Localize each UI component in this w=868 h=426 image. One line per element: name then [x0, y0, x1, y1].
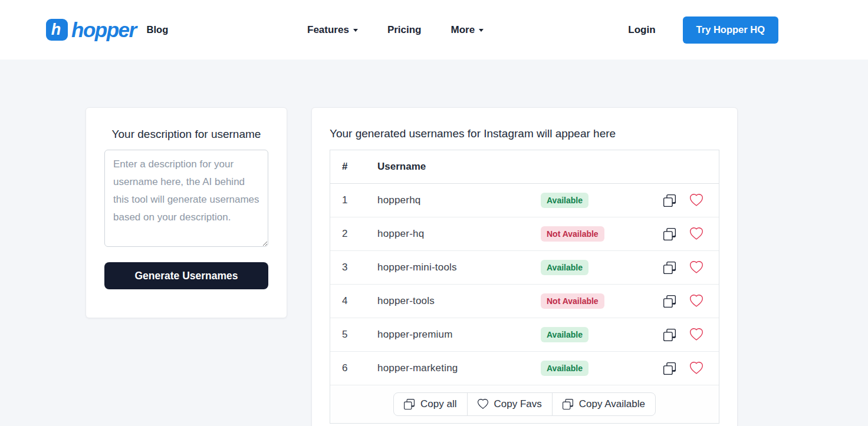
- hopper-logo[interactable]: h hopper: [46, 18, 136, 42]
- status-badge: Available: [541, 327, 588, 342]
- results-title: Your generated usernames for Instagram w…: [330, 127, 719, 140]
- row-index: 4: [342, 295, 377, 307]
- description-panel: Your description for username Generate U…: [86, 107, 287, 318]
- top-navbar: h hopper Blog FeaturesPricingMore Login …: [0, 0, 868, 60]
- login-link[interactable]: Login: [628, 24, 655, 36]
- copy-icon: [563, 399, 573, 410]
- heart-icon[interactable]: [689, 327, 704, 342]
- column-header-username: Username: [377, 161, 541, 173]
- chevron-down-icon: [353, 29, 358, 34]
- content: Your description for username Generate U…: [0, 60, 868, 426]
- nav-item-features[interactable]: Features: [307, 24, 358, 36]
- table-row: 5hopper-premiumAvailable: [330, 318, 719, 352]
- column-header-index: #: [342, 161, 377, 173]
- copy-available-button[interactable]: Copy Available: [552, 392, 656, 416]
- row-username: hopperhq: [377, 194, 541, 206]
- description-input[interactable]: [104, 150, 268, 247]
- heart-icon[interactable]: [689, 260, 704, 275]
- main-nav: FeaturesPricingMore: [307, 0, 484, 60]
- copy-all-button[interactable]: Copy all: [393, 392, 467, 416]
- nav-item-blog[interactable]: Blog: [147, 24, 169, 35]
- row-index: 3: [342, 262, 377, 273]
- heart-icon[interactable]: [689, 293, 704, 309]
- copy-icon[interactable]: [662, 193, 677, 208]
- hopper-logo-icon: h: [46, 19, 68, 41]
- generate-usernames-button[interactable]: Generate Usernames: [104, 262, 268, 289]
- chevron-down-icon: [479, 29, 484, 34]
- row-index: 2: [342, 228, 377, 240]
- row-username: hopper-marketing: [377, 362, 541, 374]
- row-username: hopper-tools: [377, 295, 541, 307]
- table-row: 2hopper-hqNot Available: [330, 217, 719, 251]
- heart-icon[interactable]: [689, 361, 704, 376]
- heart-icon[interactable]: [689, 193, 704, 208]
- row-username: hopper-mini-tools: [377, 262, 541, 273]
- status-badge: Available: [541, 361, 588, 376]
- nav-item-pricing[interactable]: Pricing: [387, 24, 422, 36]
- copy-icon: [404, 399, 415, 410]
- row-username: hopper-hq: [377, 228, 541, 240]
- status-badge: Not Available: [541, 226, 604, 242]
- hopper-logo-text: hopper: [71, 18, 136, 42]
- row-index: 5: [342, 329, 377, 341]
- table-body: 1hopperhqAvailable2hopper-hqNot Availabl…: [330, 184, 719, 385]
- status-badge: Available: [541, 193, 588, 208]
- table-row: 4hopper-toolsNot Available: [330, 285, 719, 318]
- row-index: 1: [342, 194, 377, 206]
- nav-item-more[interactable]: More: [451, 24, 484, 36]
- table-row: 3hopper-mini-toolsAvailable: [330, 251, 719, 285]
- table-row: 6hopper-marketingAvailable: [330, 352, 719, 385]
- status-badge: Available: [541, 260, 588, 275]
- usernames-table: # Username 1hopperhqAvailable2hopper-hqN…: [330, 150, 719, 424]
- heart-icon[interactable]: [689, 226, 704, 242]
- table-header-row: # Username: [330, 150, 719, 184]
- status-badge: Not Available: [541, 293, 604, 309]
- row-index: 6: [342, 362, 377, 374]
- copy-icon[interactable]: [662, 328, 677, 342]
- results-panel: Your generated usernames for Instagram w…: [311, 107, 738, 426]
- copy-icon[interactable]: [662, 361, 677, 376]
- copy-favs-button[interactable]: Copy Favs: [467, 392, 553, 416]
- table-row: 1hopperhqAvailable: [330, 184, 719, 217]
- row-username: hopper-premium: [377, 329, 541, 341]
- try-hopper-hq-button[interactable]: Try Hopper HQ: [683, 16, 778, 44]
- heart-icon: [478, 399, 488, 410]
- copy-icon[interactable]: [662, 260, 677, 275]
- copy-icon[interactable]: [662, 294, 677, 309]
- description-panel-title: Your description for username: [104, 128, 268, 141]
- copy-button-group: Copy allCopy FavsCopy Available: [393, 392, 656, 416]
- table-footer: Copy allCopy FavsCopy Available: [330, 385, 719, 423]
- copy-icon[interactable]: [662, 227, 677, 242]
